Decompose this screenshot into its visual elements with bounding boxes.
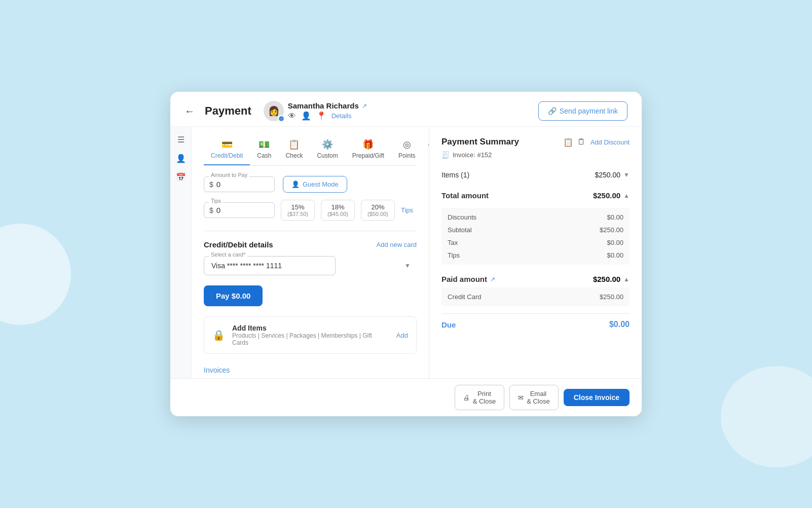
items-label: Items (1) [441, 171, 469, 179]
discounts-label: Discounts [448, 213, 476, 221]
subtotal-value: $250.00 [600, 226, 623, 234]
invoice-ref-text: Invoice: #152 [453, 151, 492, 159]
tips-summary-value: $0.00 [607, 251, 623, 259]
avatar: 👩 [264, 101, 284, 121]
card-select-wrap: Select a card* Visa **** **** **** 1111 … [204, 256, 417, 275]
avatar-badge [278, 115, 285, 122]
print-label: Print& Close [473, 390, 496, 405]
sidebar-menu-icon[interactable]: ☰ [177, 135, 184, 144]
tab-points[interactable]: ◎ Points [391, 135, 422, 165]
add-items-button[interactable]: Add [396, 332, 408, 339]
add-items-text: Add Items Products | Services | Packages… [232, 324, 389, 346]
tab-cash-icon: 💵 [259, 139, 270, 150]
guest-mode-button[interactable]: 👤 Guest Mode [283, 176, 347, 193]
back-button[interactable]: ← [180, 103, 199, 119]
email-icon: ✉ [518, 394, 524, 402]
right-panel: Payment Summary 📋 🗒 Add Discount 🧾 Invoi… [429, 127, 642, 378]
details-link[interactable]: Details [331, 112, 352, 120]
tab-points-label: Points [398, 152, 415, 159]
paid-chevron-icon[interactable]: ▲ [623, 276, 630, 283]
tab-credit-debit[interactable]: 💳 Credit/Debit [204, 135, 250, 165]
print-close-button[interactable]: 🖨 Print& Close [455, 385, 505, 410]
tab-credit-debit-icon: 💳 [222, 139, 233, 150]
summary-share-button[interactable]: 🗒 [577, 137, 585, 147]
tab-check-icon: 📋 [288, 139, 300, 150]
items-row: Items (1) $250.00 ▼ [441, 167, 630, 183]
tab-custom-icon: ⚙️ [322, 139, 333, 150]
discounts-row: Discounts $0.00 [441, 211, 630, 224]
pay-button[interactable]: Pay $0.00 [204, 285, 263, 306]
tab-check[interactable]: 📋 Check [278, 135, 310, 165]
due-row: Due $0.00 [441, 313, 630, 335]
tip-option-15[interactable]: 15% ($37.50) [281, 200, 315, 221]
guest-mode-label: Guest Mode [303, 180, 339, 188]
send-payment-link-label: Send payment link [560, 107, 618, 115]
tax-value: $0.00 [607, 239, 623, 246]
credit-card-label: Credit Card [448, 293, 481, 301]
paid-section: Paid amount ↗ $250.00 ▲ Credit Card $250… [441, 271, 630, 309]
external-link-icon[interactable]: ↗ [362, 102, 367, 110]
tab-prepaid-label: Prepaid/Gift [352, 152, 384, 159]
items-chevron-icon[interactable]: ▼ [623, 171, 630, 178]
patient-icon-profile[interactable]: 👤 [301, 111, 311, 121]
modal-footer: 🖨 Print& Close ✉ Email& Close Close Invo… [170, 378, 642, 416]
card-select[interactable]: Visa **** **** **** 1111 [204, 256, 336, 275]
due-value: $0.00 [609, 320, 630, 329]
tip-option-18[interactable]: 18% ($45.00) [321, 200, 355, 221]
tax-label: Tax [448, 239, 458, 246]
tips-link[interactable]: Tips [401, 206, 413, 214]
add-items-title: Add Items [232, 324, 389, 332]
total-label: Total amount [441, 191, 489, 200]
amount-field-label: Amount to Pay [209, 172, 249, 178]
amount-input-wrap: $ [204, 176, 275, 192]
total-chevron-icon[interactable]: ▲ [623, 192, 630, 199]
subtotal-row: Subtotal $250.00 [441, 224, 630, 236]
paid-external-icon[interactable]: ↗ [490, 276, 495, 283]
credit-debit-title: Credit/Debit details [204, 240, 273, 249]
summary-total-section: Total amount $250.00 ▲ [441, 187, 630, 204]
tab-more[interactable]: ⋯ [422, 135, 429, 165]
tab-credit-debit-label: Credit/Debit [211, 152, 243, 159]
link-icon: 🔗 [548, 107, 557, 115]
add-new-card-link[interactable]: Add new card [377, 241, 417, 248]
paid-amount-label: Paid amount [441, 275, 487, 283]
subtotal-label: Subtotal [448, 226, 472, 234]
footer-right: 🖨 Print& Close ✉ Email& Close Close Invo… [455, 385, 630, 410]
summary-header: Payment Summary 📋 🗒 Add Discount [441, 137, 630, 147]
email-close-button[interactable]: ✉ Email& Close [509, 385, 559, 410]
add-items-icon: 🔒 [212, 329, 225, 341]
email-label: Email& Close [527, 390, 550, 405]
invoice-ref: 🧾 Invoice: #152 [441, 151, 630, 159]
invoice-icon: 🧾 [441, 151, 450, 159]
tips-summary-label: Tips [448, 251, 460, 259]
tab-check-label: Check [285, 152, 303, 159]
tip-amt-20: ($50.00) [367, 211, 388, 217]
add-discount-link[interactable]: Add Discount [590, 138, 630, 146]
invoices-link[interactable]: Invoices [204, 362, 417, 378]
patient-icon-user[interactable]: 👁 [288, 112, 296, 121]
tips-input-wrap: $ [204, 202, 275, 218]
amount-currency: $ [209, 180, 213, 189]
paid-detail-rows: Credit Card $250.00 [441, 287, 630, 306]
paid-header-row: Paid amount ↗ $250.00 ▲ [441, 271, 630, 287]
discounts-value: $0.00 [607, 213, 623, 221]
close-invoice-button[interactable]: Close Invoice [564, 389, 630, 406]
tips-currency: $ [209, 206, 213, 214]
amount-input[interactable] [216, 180, 257, 189]
payment-tabs: 💳 Credit/Debit 💵 Cash 📋 Check ⚙️ Custom … [204, 135, 417, 166]
tab-cash[interactable]: 💵 Cash [250, 135, 278, 165]
sidebar-calendar-icon[interactable]: 📅 [176, 172, 186, 182]
summary-copy-button[interactable]: 📋 [563, 137, 573, 147]
sidebar-user-icon[interactable]: 👤 [176, 154, 186, 163]
tab-custom[interactable]: ⚙️ Custom [310, 135, 345, 165]
credit-card-value: $250.00 [600, 293, 623, 301]
page-title: Payment [205, 104, 251, 118]
send-payment-link-button[interactable]: 🔗 Send payment link [538, 101, 628, 121]
tab-prepaid-gift[interactable]: 🎁 Prepaid/Gift [345, 135, 391, 165]
tab-prepaid-icon: 🎁 [362, 139, 374, 150]
patient-icon-location[interactable]: 📍 [316, 111, 326, 121]
credit-debit-section-header: Credit/Debit details Add new card [204, 240, 417, 249]
tip-option-20[interactable]: 20% ($50.00) [361, 200, 395, 221]
card-select-label: Select a card* [209, 251, 247, 258]
tips-input[interactable] [216, 206, 257, 214]
